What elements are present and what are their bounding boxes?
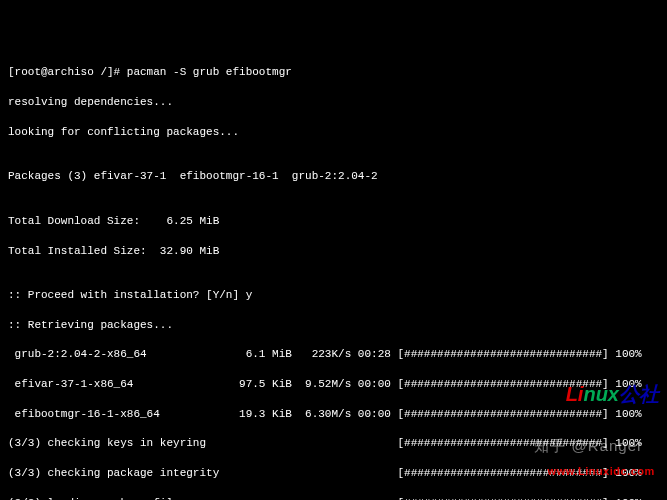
output-line: :: Proceed with installation? [Y/n] y: [8, 288, 659, 303]
watermark-part: Li: [566, 383, 584, 405]
output-line: Total Installed Size: 32.90 MiB: [8, 244, 659, 259]
watermark-url: www.Linuxidc.com: [543, 464, 659, 479]
shell-prompt-command: [root@archiso /]# pacman -S grub efiboot…: [8, 65, 659, 80]
output-line: (3/3) loading package files [###########…: [8, 496, 659, 500]
output-line: Total Download Size: 6.25 MiB: [8, 214, 659, 229]
watermark-part: nux: [583, 383, 619, 405]
watermark-linuxidc: Linux公社 www.Linuxidc.com: [543, 324, 659, 494]
watermark-part: 公社: [619, 383, 659, 405]
output-line: looking for conflicting packages...: [8, 125, 659, 140]
output-line: Packages (3) efivar-37-1 efibootmgr-16-1…: [8, 169, 659, 184]
output-line: resolving dependencies...: [8, 95, 659, 110]
